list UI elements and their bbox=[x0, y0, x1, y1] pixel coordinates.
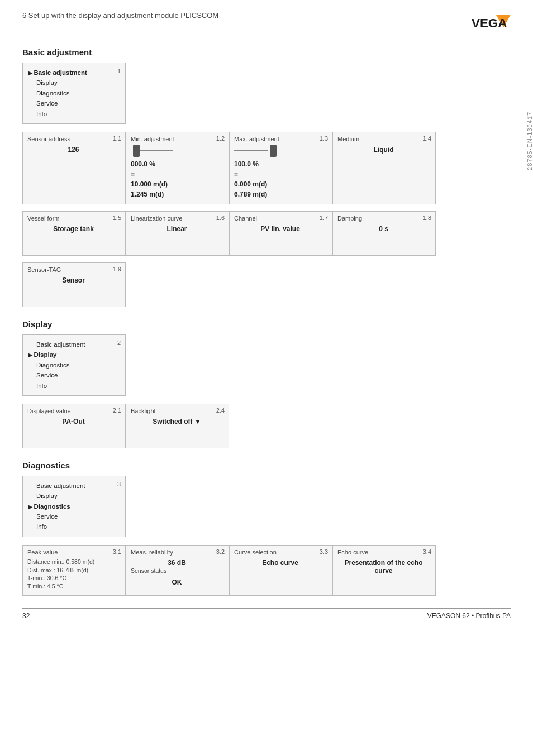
param-box[interactable]: 1.2Min. adjustment000.0 %=10.000 m(d)1.2… bbox=[126, 132, 229, 204]
menu-item[interactable]: Diagnostics bbox=[28, 360, 120, 370]
navigation-menu: 1Basic adjustmentDisplayDiagnosticsServi… bbox=[22, 63, 126, 124]
menu-item[interactable]: Diagnostics bbox=[28, 88, 120, 98]
param-value-line: 1.245 m(d) bbox=[131, 189, 223, 199]
row-connector bbox=[74, 256, 74, 262]
param-box[interactable]: 1.6Linearization curveLinear bbox=[126, 211, 229, 256]
param-value: Liquid bbox=[337, 146, 430, 154]
param-box[interactable]: 3.4Echo curvePresentation of the echo cu… bbox=[332, 545, 436, 596]
navigation-menu: 2Basic adjustmentDisplayDiagnosticsServi… bbox=[22, 334, 126, 396]
param-label: Min. adjustment bbox=[131, 136, 223, 142]
param-value: Sensor bbox=[27, 276, 120, 284]
param-label: Damping bbox=[337, 215, 430, 222]
param-box[interactable]: 1.9Sensor-TAGSensor bbox=[22, 262, 126, 307]
param-number: 3.2 bbox=[216, 548, 225, 555]
param-label: Peak value bbox=[27, 549, 120, 556]
menu-item[interactable]: Info bbox=[28, 381, 120, 391]
param-label: Curve selection bbox=[234, 549, 326, 556]
menu-item[interactable]: Service bbox=[28, 370, 120, 380]
param-value: 36 dB bbox=[131, 559, 223, 567]
param-value: PV lin. value bbox=[234, 225, 326, 233]
param-box[interactable]: 1.5Vessel formStorage tank bbox=[22, 211, 126, 256]
param-sub-label: Sensor status bbox=[131, 567, 223, 575]
slider-track[interactable] bbox=[131, 145, 223, 157]
param-number: 3.1 bbox=[113, 548, 121, 555]
param-box[interactable]: 1.7ChannelPV lin. value bbox=[229, 211, 332, 256]
menu-item[interactable]: Basic adjustment bbox=[28, 481, 120, 491]
param-box[interactable]: 3.2Meas. reliability36 dBSensor statusOK bbox=[126, 545, 229, 596]
param-box[interactable]: 3.3Curve selectionEcho curve bbox=[229, 545, 332, 596]
param-box[interactable]: 3.1Peak valueDistance min.: 0.580 m(d)Di… bbox=[22, 545, 126, 596]
section-title-display: Display bbox=[22, 319, 511, 329]
document-id: 28785-EN-130417 bbox=[526, 112, 533, 170]
menu-item[interactable]: Display bbox=[28, 78, 120, 88]
param-value-line: 6.789 m(d) bbox=[234, 189, 326, 199]
menu-item[interactable]: Basic adjustment bbox=[28, 68, 120, 78]
page-header: 6 Set up with the display and adjustment… bbox=[22, 11, 511, 37]
param-value-line: = bbox=[131, 169, 223, 179]
param-box[interactable]: 2.1Displayed valuePA-Out bbox=[22, 404, 126, 448]
param-value: PA-Out bbox=[27, 418, 120, 425]
row-connector bbox=[74, 204, 74, 211]
section-title-basic-adjustment: Basic adjustment bbox=[22, 47, 511, 57]
product-name: VEGASON 62 • Profibus PA bbox=[427, 612, 511, 620]
menu-item[interactable]: Service bbox=[28, 511, 120, 521]
param-box[interactable]: 2.4BacklightSwitched off ▼ bbox=[126, 404, 229, 448]
param-row: 3.1Peak valueDistance min.: 0.580 m(d)Di… bbox=[22, 545, 511, 596]
svg-text:VEGA: VEGA bbox=[472, 16, 507, 30]
section-basic-adjustment: Basic adjustment1Basic adjustmentDisplay… bbox=[22, 47, 511, 307]
param-value: Echo curve bbox=[234, 559, 326, 567]
param-number: 1.9 bbox=[113, 266, 121, 272]
param-number: 2.4 bbox=[216, 407, 225, 414]
param-row: 1.1Sensor address1261.2Min. adjustment00… bbox=[22, 132, 511, 204]
param-label: Vessel form bbox=[27, 215, 120, 222]
section-diagnostics: Diagnostics3Basic adjustmentDisplayDiagn… bbox=[22, 461, 511, 596]
param-value-multi: 100.0 %=0.000 m(d)6.789 m(d) bbox=[234, 159, 326, 199]
param-box[interactable]: 1.3Max. adjustment100.0 %=0.000 m(d)6.78… bbox=[229, 132, 332, 204]
param-label: Max. adjustment bbox=[234, 136, 326, 142]
param-number: 1.4 bbox=[423, 135, 431, 142]
menu-connector-line bbox=[74, 537, 74, 545]
param-label: Channel bbox=[234, 215, 326, 222]
param-label: Linearization curve bbox=[131, 215, 223, 222]
menu-item[interactable]: Info bbox=[28, 521, 120, 532]
param-rows-wrapper: 3.1Peak valueDistance min.: 0.580 m(d)Di… bbox=[22, 545, 511, 596]
menu-item[interactable]: Display bbox=[28, 350, 120, 360]
menu-column: 2Basic adjustmentDisplayDiagnosticsServi… bbox=[22, 334, 126, 404]
slider-track[interactable] bbox=[234, 145, 326, 157]
page-number: 32 bbox=[22, 612, 30, 620]
param-box[interactable]: 1.4MediumLiquid bbox=[332, 132, 436, 204]
param-number: 3.3 bbox=[320, 548, 328, 555]
menu-and-params-row: 2Basic adjustmentDisplayDiagnosticsServi… bbox=[22, 334, 511, 404]
param-value-multi: 000.0 %=10.000 m(d)1.245 m(d) bbox=[131, 159, 223, 199]
param-value: 0 s bbox=[337, 225, 430, 233]
param-value-line: = bbox=[234, 169, 326, 179]
param-label: Backlight bbox=[131, 408, 223, 414]
menu-connector-line bbox=[74, 396, 74, 404]
menu-number: 1 bbox=[117, 66, 121, 76]
menu-item[interactable]: Basic adjustment bbox=[28, 339, 120, 350]
param-row: 1.5Vessel formStorage tank1.6Linearizati… bbox=[22, 211, 511, 256]
navigation-menu: 3Basic adjustmentDisplayDiagnosticsServi… bbox=[22, 476, 126, 537]
param-rows-wrapper: 1.1Sensor address1261.2Min. adjustment00… bbox=[22, 132, 511, 307]
param-value: Switched off ▼ bbox=[131, 418, 223, 425]
menu-and-params-row: 1Basic adjustmentDisplayDiagnosticsServi… bbox=[22, 63, 511, 132]
chapter-title: 6 Set up with the display and adjustment… bbox=[22, 11, 218, 20]
param-box[interactable]: 1.8Damping0 s bbox=[332, 211, 436, 256]
menu-item[interactable]: Display bbox=[28, 491, 120, 501]
param-box[interactable]: 1.1Sensor address126 bbox=[22, 132, 126, 204]
param-value: Linear bbox=[131, 225, 223, 233]
param-value: 126 bbox=[27, 146, 120, 154]
menu-item[interactable]: Info bbox=[28, 109, 120, 119]
param-sub-lines: Distance min.: 0.580 m(d)Dist. max.: 16.… bbox=[27, 558, 120, 591]
param-row: 2.1Displayed valuePA-Out2.4BacklightSwit… bbox=[22, 404, 511, 448]
param-sub-value: OK bbox=[131, 578, 223, 586]
param-number: 1.2 bbox=[216, 135, 225, 142]
param-value-line: 0.000 m(d) bbox=[234, 179, 326, 189]
param-number: 1.5 bbox=[113, 214, 121, 221]
param-value-line: 10.000 m(d) bbox=[131, 179, 223, 189]
section-display: Display2Basic adjustmentDisplayDiagnosti… bbox=[22, 319, 511, 448]
param-number: 1.7 bbox=[320, 214, 328, 221]
menu-item[interactable]: Diagnostics bbox=[28, 501, 120, 511]
menu-connector-line bbox=[74, 124, 74, 132]
menu-item[interactable]: Service bbox=[28, 98, 120, 108]
